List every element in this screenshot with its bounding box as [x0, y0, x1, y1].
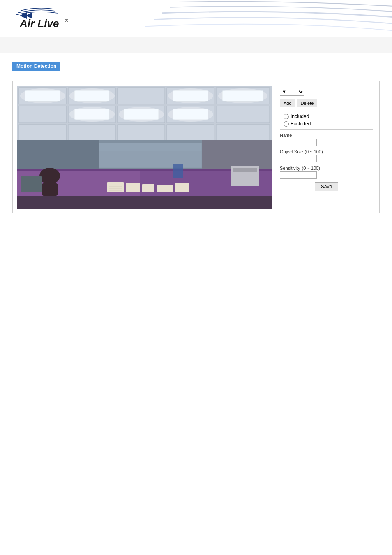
- zone-select[interactable]: ▼: [280, 88, 304, 96]
- svg-text:®: ®: [65, 18, 68, 23]
- object-size-group: Object Size (0 ~ 100): [280, 149, 373, 162]
- svg-rect-10: [19, 106, 66, 123]
- svg-point-30: [218, 88, 267, 103]
- logo: Air Live ®: [8, 3, 82, 33]
- included-radio[interactable]: [284, 114, 289, 119]
- save-button[interactable]: Save: [315, 182, 338, 191]
- svg-rect-14: [216, 106, 270, 123]
- add-button[interactable]: Add: [280, 99, 295, 107]
- excluded-label: Excluded: [291, 121, 311, 127]
- svg-rect-52: [17, 196, 272, 209]
- svg-rect-7: [118, 88, 165, 104]
- excluded-radio-item[interactable]: Excluded: [284, 121, 369, 127]
- sensitivity-range: (0 ~ 100): [302, 166, 320, 171]
- svg-rect-47: [157, 185, 173, 192]
- page-title: Motion Detection: [12, 62, 60, 71]
- svg-rect-17: [118, 125, 165, 140]
- header: Air Live ®: [0, 0, 392, 37]
- svg-rect-48: [175, 183, 189, 192]
- camera-feed: [17, 86, 272, 209]
- name-group: Name: [280, 133, 373, 146]
- add-delete-row: Add Delete: [280, 99, 373, 107]
- svg-point-28: [69, 88, 115, 103]
- controls-panel: ▼ Add Delete Included Excluded: [278, 86, 375, 209]
- dropdown-row: ▼: [280, 88, 373, 96]
- excluded-radio[interactable]: [284, 121, 289, 127]
- svg-point-33: [168, 107, 213, 122]
- svg-rect-38: [17, 140, 99, 169]
- svg-rect-56: [233, 168, 257, 172]
- object-size-range: (0 ~ 100): [304, 149, 323, 154]
- included-radio-item[interactable]: Included: [284, 113, 369, 119]
- svg-rect-58: [173, 164, 183, 178]
- sensitivity-label: Sensitivity: [280, 166, 300, 171]
- svg-point-29: [168, 88, 213, 103]
- name-input[interactable]: [280, 139, 317, 146]
- svg-rect-36: [99, 143, 202, 168]
- svg-point-27: [20, 88, 65, 103]
- header-decoration: [137, 0, 392, 37]
- object-size-label: Object Size: [280, 149, 303, 154]
- svg-rect-15: [19, 125, 66, 140]
- sensitivity-group: Sensitivity (0 ~ 100): [280, 166, 373, 179]
- svg-rect-57: [21, 176, 42, 192]
- name-label: Name: [280, 133, 373, 138]
- svg-rect-39: [202, 140, 272, 169]
- zone-type-group: Included Excluded: [280, 111, 373, 130]
- svg-rect-45: [126, 183, 140, 192]
- svg-rect-54: [42, 183, 58, 196]
- svg-point-32: [119, 107, 164, 122]
- save-row: Save: [280, 182, 373, 191]
- svg-point-31: [69, 107, 115, 122]
- svg-rect-19: [216, 125, 270, 140]
- delete-button[interactable]: Delete: [297, 99, 318, 107]
- nav-bar: [0, 37, 392, 53]
- main-panel: ▼ Add Delete Included Excluded: [12, 81, 380, 213]
- svg-text:Air Live: Air Live: [19, 17, 59, 30]
- content-area: Motion Detection: [0, 53, 392, 222]
- camera-image: [17, 86, 272, 209]
- separator: [12, 76, 380, 76]
- svg-point-53: [39, 168, 60, 184]
- included-label: Included: [291, 113, 309, 119]
- svg-rect-44: [107, 182, 124, 192]
- svg-rect-46: [142, 184, 154, 192]
- sensitivity-input[interactable]: [280, 171, 317, 179]
- object-size-input[interactable]: [280, 155, 317, 162]
- svg-rect-16: [68, 125, 115, 140]
- svg-rect-18: [167, 125, 214, 140]
